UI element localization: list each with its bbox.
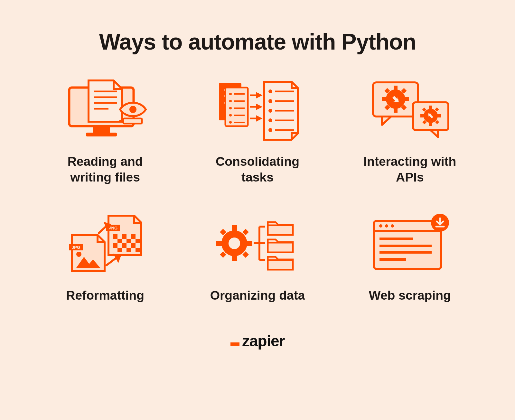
footer-brand: zapier bbox=[230, 332, 285, 350]
svg-rect-45 bbox=[405, 97, 409, 101]
interacting-apis-icon bbox=[368, 77, 452, 142]
web-scraping-icon bbox=[368, 211, 452, 275]
svg-rect-66 bbox=[117, 239, 122, 243]
svg-rect-42 bbox=[394, 86, 398, 90]
svg-rect-79 bbox=[232, 225, 237, 231]
svg-rect-52 bbox=[429, 106, 432, 109]
svg-rect-64 bbox=[122, 234, 126, 239]
zapier-underscore-icon bbox=[230, 342, 239, 346]
svg-rect-1 bbox=[93, 126, 110, 133]
svg-rect-80 bbox=[232, 256, 237, 261]
svg-rect-68 bbox=[136, 239, 140, 243]
reading-writing-files-icon bbox=[63, 77, 147, 142]
card-grid: Reading and writing files bbox=[35, 77, 480, 303]
reformatting-icon: JPG PNG bbox=[63, 211, 147, 275]
svg-point-19 bbox=[229, 100, 232, 102]
svg-rect-55 bbox=[437, 114, 441, 117]
svg-rect-43 bbox=[394, 108, 398, 113]
svg-point-94 bbox=[391, 224, 394, 228]
consolidating-tasks-icon bbox=[216, 77, 299, 142]
svg-point-38 bbox=[268, 128, 272, 132]
page-title: Ways to automate with Python bbox=[99, 29, 416, 55]
card-label: Interacting with APIs bbox=[358, 154, 461, 185]
svg-rect-53 bbox=[429, 122, 432, 126]
svg-rect-54 bbox=[420, 114, 424, 117]
svg-rect-72 bbox=[117, 248, 122, 252]
brand-text: zapier bbox=[242, 332, 285, 350]
svg-point-34 bbox=[268, 109, 272, 113]
svg-line-76 bbox=[107, 257, 117, 265]
svg-point-78 bbox=[229, 238, 240, 249]
svg-rect-70 bbox=[122, 243, 126, 248]
card-label: Consolidating tasks bbox=[206, 154, 309, 185]
svg-point-17 bbox=[229, 93, 232, 95]
svg-rect-8 bbox=[123, 118, 142, 124]
svg-rect-74 bbox=[136, 248, 140, 252]
svg-rect-67 bbox=[126, 239, 131, 243]
jpg-label: JPG bbox=[72, 245, 80, 250]
svg-rect-65 bbox=[131, 234, 136, 239]
card-label: Organizing data bbox=[210, 288, 305, 303]
card-web-scraping: Web scraping bbox=[340, 211, 480, 303]
card-label: Web scraping bbox=[369, 288, 451, 303]
svg-point-30 bbox=[268, 89, 272, 93]
card-reformatting: JPG PNG bbox=[35, 211, 175, 303]
svg-line-75 bbox=[99, 226, 107, 233]
svg-rect-44 bbox=[382, 97, 387, 101]
svg-rect-81 bbox=[216, 241, 222, 246]
svg-rect-73 bbox=[126, 248, 131, 252]
card-organizing-data: Organizing data bbox=[188, 211, 327, 303]
svg-point-23 bbox=[229, 114, 232, 117]
svg-point-21 bbox=[229, 107, 232, 109]
card-label: Reformatting bbox=[66, 288, 144, 303]
svg-point-61 bbox=[76, 252, 81, 257]
svg-point-36 bbox=[268, 118, 272, 122]
svg-rect-63 bbox=[113, 234, 117, 239]
card-interacting-apis: Interacting with APIs bbox=[340, 77, 480, 185]
svg-rect-2 bbox=[86, 133, 117, 136]
svg-point-25 bbox=[229, 121, 232, 124]
card-label: Reading and writing files bbox=[54, 154, 157, 185]
card-consolidating-tasks: Consolidating tasks bbox=[188, 77, 327, 185]
svg-point-32 bbox=[268, 99, 272, 103]
svg-point-92 bbox=[379, 224, 382, 228]
card-reading-writing-files: Reading and writing files bbox=[35, 77, 175, 185]
svg-rect-82 bbox=[247, 241, 252, 246]
svg-point-7 bbox=[129, 106, 136, 113]
svg-rect-69 bbox=[113, 243, 117, 248]
svg-point-93 bbox=[385, 224, 388, 228]
svg-rect-71 bbox=[131, 243, 136, 248]
organizing-data-icon bbox=[216, 211, 299, 275]
